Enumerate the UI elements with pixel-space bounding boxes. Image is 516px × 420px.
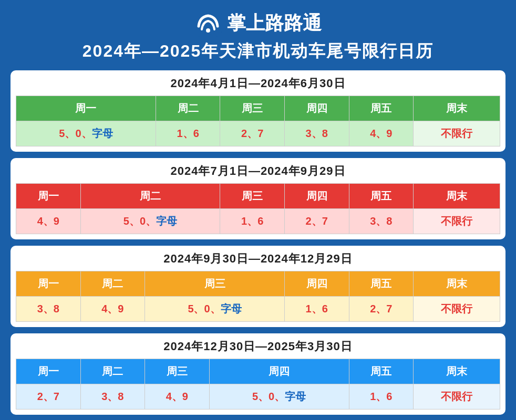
section-period-2: 2024年7月1日—2024年9月29日周一周二周三周四周五周末4、95、0、字… — [11, 158, 505, 239]
app-logo-icon — [194, 9, 222, 37]
cell-period-3-3: 5、0、字母 — [145, 297, 285, 322]
col-header-3-2: 周二 — [80, 271, 145, 297]
section-period-1: 2024年4月1日—2024年6月30日周一周二周三周四周五周末5、0、字母1、… — [11, 70, 505, 152]
col-header-3-3: 周三 — [145, 271, 285, 297]
section-period-3: 2024年9月30日—2024年12月29日周一周二周三周四周五周末3、84、9… — [11, 246, 505, 327]
cell-period-4-4: 5、0、字母 — [209, 384, 349, 410]
section-title-2: 2024年7月1日—2024年9月29日 — [16, 163, 500, 179]
col-header-2-3: 周三 — [220, 184, 285, 209]
cell-period-1-3: 2、7 — [220, 121, 285, 146]
main-title: 2024年—2025年天津市机动车尾号限行日历 — [82, 40, 434, 63]
app-header: 掌上路路通 — [194, 9, 322, 37]
section-title-4: 2024年12月30日—2025年3月30日 — [16, 339, 500, 354]
col-header-4-2: 周二 — [80, 359, 145, 384]
col-header-4-6: 周末 — [414, 359, 500, 384]
cell-period-4-1: 2、7 — [16, 384, 81, 410]
cell-period-2-1: 4、9 — [16, 209, 81, 234]
table-period-2: 周一周二周三周四周五周末4、95、0、字母1、62、73、8不限行 — [16, 183, 500, 234]
cell-period-2-3: 1、6 — [220, 209, 285, 234]
cell-period-1-1: 5、0、字母 — [16, 121, 156, 146]
col-header-1-6: 周末 — [414, 96, 500, 121]
section-title-1: 2024年4月1日—2024年6月30日 — [16, 76, 500, 91]
cell-period-3-6: 不限行 — [414, 297, 500, 322]
table-period-3: 周一周二周三周四周五周末3、84、95、0、字母1、62、7不限行 — [16, 271, 500, 322]
sections-container: 2024年4月1日—2024年6月30日周一周二周三周四周五周末5、0、字母1、… — [11, 70, 505, 420]
col-header-1-5: 周五 — [349, 96, 414, 121]
app-name-label: 掌上路路通 — [227, 10, 322, 36]
col-header-3-4: 周四 — [284, 271, 349, 297]
table-period-4: 周一周二周三周四周五周末2、73、84、95、0、字母1、6不限行 — [16, 359, 500, 410]
cell-period-1-2: 1、6 — [156, 121, 220, 146]
col-header-1-1: 周一 — [16, 96, 156, 121]
col-header-4-3: 周三 — [145, 359, 210, 384]
cell-period-3-5: 2、7 — [349, 297, 414, 322]
table-period-1: 周一周二周三周四周五周末5、0、字母1、62、73、84、9不限行 — [16, 96, 500, 146]
cell-period-3-2: 4、9 — [80, 297, 145, 322]
cell-period-3-1: 3、8 — [16, 297, 81, 322]
col-header-3-1: 周一 — [16, 271, 81, 297]
svg-point-1 — [206, 28, 210, 33]
col-header-2-2: 周二 — [80, 184, 220, 209]
cell-period-4-6: 不限行 — [414, 384, 500, 410]
cell-period-4-3: 4、9 — [145, 384, 210, 410]
col-header-4-4: 周四 — [209, 359, 349, 384]
cell-period-2-2: 5、0、字母 — [80, 209, 220, 234]
col-header-1-2: 周二 — [156, 96, 220, 121]
col-header-2-1: 周一 — [16, 184, 81, 209]
cell-period-1-6: 不限行 — [414, 121, 500, 146]
col-header-3-6: 周末 — [414, 271, 500, 297]
cell-period-2-4: 2、7 — [284, 209, 349, 234]
cell-period-4-2: 3、8 — [80, 384, 145, 410]
section-title-3: 2024年9月30日—2024年12月29日 — [16, 251, 500, 267]
col-header-1-4: 周四 — [284, 96, 349, 121]
col-header-4-5: 周五 — [349, 359, 414, 384]
cell-period-3-4: 1、6 — [284, 297, 349, 322]
col-header-3-5: 周五 — [349, 271, 414, 297]
col-header-2-5: 周五 — [349, 184, 414, 209]
cell-period-2-6: 不限行 — [414, 209, 500, 234]
col-header-2-4: 周四 — [284, 184, 349, 209]
cell-period-4-5: 1、6 — [349, 384, 414, 410]
section-period-4: 2024年12月30日—2025年3月30日周一周二周三周四周五周末2、73、8… — [11, 333, 505, 415]
cell-period-1-4: 3、8 — [284, 121, 349, 146]
cell-period-2-5: 3、8 — [349, 209, 414, 234]
col-header-2-6: 周末 — [414, 184, 500, 209]
col-header-1-3: 周三 — [220, 96, 285, 121]
cell-period-1-5: 4、9 — [349, 121, 414, 146]
col-header-4-1: 周一 — [16, 359, 81, 384]
